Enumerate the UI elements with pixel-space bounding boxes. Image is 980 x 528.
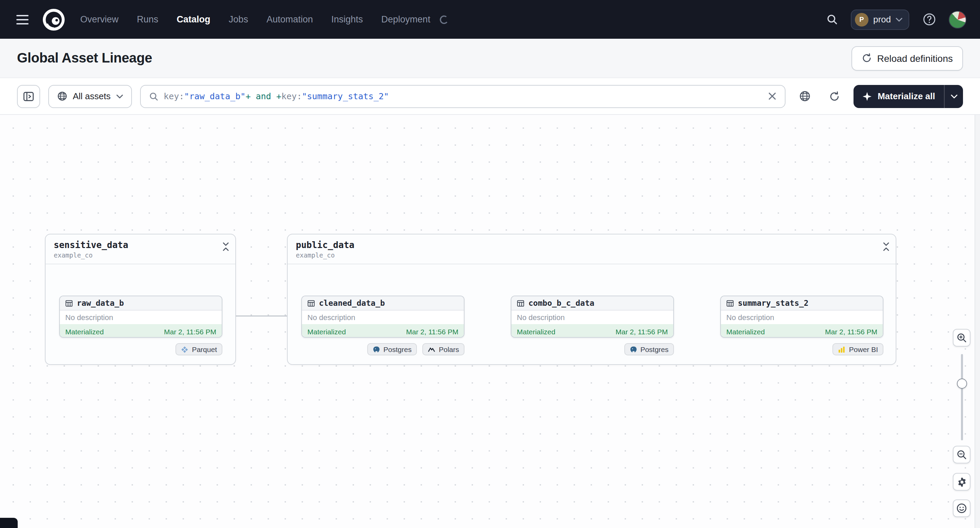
- asset-node-raw-data-b[interactable]: raw_data_b No description Materialized M…: [59, 296, 223, 338]
- zoom-out-icon: [956, 449, 967, 460]
- nav-item-automation[interactable]: Automation: [267, 14, 313, 24]
- close-icon: [768, 92, 777, 101]
- nav-item-deployment[interactable]: Deployment: [381, 14, 430, 24]
- deployment-avatar: P: [855, 13, 869, 26]
- kind-tag-polars[interactable]: Polars: [422, 343, 465, 355]
- page-header: Global Asset Lineage Reload definitions: [0, 39, 980, 78]
- zoom-slider-thumb[interactable]: [956, 379, 967, 389]
- asset-node-header: combo_b_c_data: [511, 296, 673, 311]
- query-token: "summary_stats_2": [302, 91, 389, 101]
- dagster-logo[interactable]: [42, 8, 65, 31]
- search-button[interactable]: [822, 9, 843, 30]
- help-button[interactable]: [919, 9, 939, 30]
- gear-icon: [956, 477, 967, 487]
- asset-description: No description: [511, 311, 673, 324]
- asset-node-header: raw_data_b: [60, 296, 222, 311]
- polars-icon: [428, 346, 435, 353]
- asset-node-cleaned-data-b[interactable]: cleaned_data_b No description Materializ…: [301, 296, 465, 338]
- zoom-slider[interactable]: [953, 354, 970, 440]
- kind-tag-label: Postgres: [383, 345, 412, 354]
- group-name: public_data: [296, 240, 888, 250]
- vertical-scrollbar[interactable]: [975, 115, 980, 528]
- postgres-icon: [373, 346, 380, 353]
- query-token: key:: [164, 91, 184, 101]
- lineage-canvas[interactable]: sensitive_data example_co raw_data_b No …: [0, 114, 980, 528]
- table-icon: [726, 299, 734, 307]
- asset-kind-tags: Parquet: [59, 343, 223, 355]
- page-title: Global Asset Lineage: [17, 50, 152, 66]
- asset-status: Materialized: [307, 327, 346, 335]
- asset-node-summary-stats-2[interactable]: summary_stats_2 No description Materiali…: [720, 296, 883, 338]
- asset-kind-tags: Power BI: [720, 343, 883, 355]
- chevron-down-icon: [116, 94, 123, 98]
- lineage-search-input[interactable]: key:"raw_data_b"+ and +key:"summary_stat…: [140, 85, 786, 108]
- smiley-icon: [956, 503, 967, 514]
- table-icon: [65, 299, 73, 307]
- kind-tag-label: Parquet: [192, 345, 217, 354]
- materialize-all-button[interactable]: Materialize all: [854, 85, 944, 108]
- asset-timestamp: Mar 2, 11:56 PM: [406, 327, 458, 335]
- bottom-left-overlay: [0, 518, 18, 528]
- reload-icon: [861, 53, 872, 63]
- top-nav: Overview Runs Catalog Jobs Automation In…: [0, 0, 980, 39]
- zoom-out-button[interactable]: [953, 446, 970, 463]
- feedback-button[interactable]: [953, 499, 970, 517]
- refresh-icon: [829, 91, 840, 101]
- asset-status: Materialized: [517, 327, 555, 335]
- asset-kind-tags: Postgres: [511, 343, 674, 355]
- hamburger-menu-icon[interactable]: [14, 11, 31, 28]
- nav-item-jobs[interactable]: Jobs: [229, 14, 248, 24]
- loading-spinner-icon: [439, 14, 449, 24]
- zoom-in-button[interactable]: [953, 329, 970, 347]
- kind-tag-postgres[interactable]: Postgres: [624, 343, 674, 355]
- collapse-icon: [883, 242, 889, 251]
- nav-item-overview[interactable]: Overview: [80, 14, 119, 24]
- deployment-name: prod: [873, 14, 891, 24]
- asset-kind-tags: Postgres Polars: [301, 343, 465, 355]
- settings-button[interactable]: [953, 473, 970, 491]
- refresh-button[interactable]: [824, 85, 846, 107]
- collapse-icon: [223, 242, 229, 251]
- table-icon: [307, 299, 315, 307]
- parquet-icon: [181, 346, 188, 353]
- nav-item-catalog[interactable]: Catalog: [177, 14, 210, 24]
- asset-node-combo-b-c-data[interactable]: combo_b_c_data No description Materializ…: [511, 296, 674, 338]
- clear-search-button[interactable]: [768, 92, 777, 101]
- nav-item-insights[interactable]: Insights: [331, 14, 363, 24]
- global-lineage-button[interactable]: [794, 85, 816, 107]
- asset-timestamp: Mar 2, 11:56 PM: [164, 327, 216, 335]
- asset-filter-dropdown[interactable]: All assets: [48, 85, 132, 108]
- group-name: sensitive_data: [54, 240, 227, 250]
- asset-name: raw_data_b: [77, 298, 124, 308]
- search-icon: [149, 91, 158, 101]
- asset-name: cleaned_data_b: [319, 298, 385, 308]
- asset-description: No description: [302, 311, 464, 324]
- query-token: + and +: [245, 91, 281, 101]
- globe-icon: [57, 91, 67, 101]
- materialize-options-button[interactable]: [945, 85, 963, 108]
- kind-tag-power-bi[interactable]: Power BI: [833, 343, 883, 355]
- asset-name: combo_b_c_data: [528, 298, 594, 308]
- user-avatar[interactable]: [949, 11, 966, 28]
- zoom-in-icon: [956, 332, 967, 343]
- panel-toggle-button[interactable]: [17, 85, 40, 108]
- kind-tag-postgres[interactable]: Postgres: [367, 343, 417, 355]
- reload-definitions-button[interactable]: Reload definitions: [851, 46, 963, 70]
- asset-status: Materialized: [726, 327, 765, 335]
- group-header: sensitive_data example_co: [46, 235, 235, 264]
- globe-icon: [799, 90, 811, 102]
- asset-status: Materialized: [65, 327, 104, 335]
- chevron-down-icon: [896, 17, 902, 21]
- nav-items: Overview Runs Catalog Jobs Automation In…: [80, 14, 430, 24]
- nav-item-runs[interactable]: Runs: [137, 14, 159, 24]
- deployment-switcher[interactable]: P prod: [851, 9, 909, 30]
- group-header: public_data example_co: [288, 235, 896, 264]
- kind-tag-parquet[interactable]: Parquet: [175, 343, 223, 355]
- sparkle-icon: [863, 91, 872, 101]
- asset-timestamp: Mar 2, 11:56 PM: [616, 327, 668, 335]
- nav-right: P prod: [822, 9, 966, 30]
- help-icon: [923, 13, 935, 26]
- collapse-group-button[interactable]: [883, 242, 889, 251]
- group-code-location: example_co: [54, 251, 227, 259]
- collapse-group-button[interactable]: [223, 242, 229, 251]
